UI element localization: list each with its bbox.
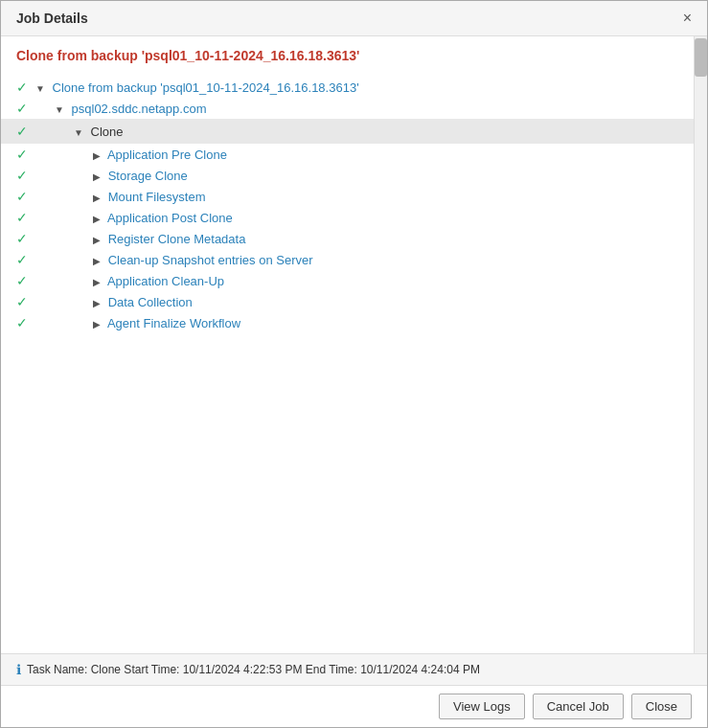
check-icon: ✓ [16,231,35,246]
register-clone-meta-label[interactable]: Register Clone Metadata [108,232,246,246]
tree-row: ✓ ▶ Data Collection [16,291,678,312]
dialog-header: Job Details × [1,1,707,36]
check-icon: ✓ [16,294,35,309]
tree-row: ✓ ▼ Clone from backup 'psql01_10-11-2024… [16,77,678,98]
host-label[interactable]: psql02.sddc.netapp.com [72,102,207,116]
expand-icon[interactable]: ▶ [93,150,101,161]
clone-label: Clone [91,125,124,139]
app-cleanup-label[interactable]: Application Clean-Up [107,274,224,288]
content-scroll: Clone from backup 'psql01_10-11-2024_16.… [1,36,694,653]
expand-icon[interactable]: ▶ [93,171,101,182]
close-button[interactable]: Close [631,694,692,719]
check-icon: ✓ [16,147,35,162]
check-icon: ✓ [16,124,35,139]
footer-info: ℹ Task Name: Clone Start Time: 10/11/202… [1,653,707,685]
expand-icon[interactable]: ▼ [55,104,64,115]
check-icon: ✓ [16,273,35,288]
tree-row: ✓ ▶ Storage Clone [16,165,678,186]
node-label[interactable]: Clone from backup 'psql01_10-11-2024_16.… [53,80,359,95]
expand-icon[interactable]: ▶ [93,193,101,203]
footer-info-text: Task Name: Clone Start Time: 10/11/2024 … [27,663,480,676]
tree-row: ✓ ▶ Application Clean-Up [16,270,678,291]
expand-icon[interactable]: ▼ [35,83,45,94]
tree-row: ✓ ▶ Register Clone Metadata [16,228,678,249]
data-collection-label[interactable]: Data Collection [108,295,193,309]
tree-row: ✓ ▼ psql02.sddc.netapp.com [16,98,678,119]
expand-icon[interactable]: ▶ [93,235,101,245]
dialog-title: Job Details [16,11,88,26]
tree-row: ✓ ▶ Agent Finalize Workflow [16,312,678,333]
app-pre-clone-label[interactable]: Application Pre Clone [107,148,227,162]
expand-icon[interactable]: ▼ [74,127,83,138]
info-icon: ℹ [16,662,21,677]
expand-icon[interactable]: ▶ [93,256,101,266]
scrollbar-track[interactable] [694,36,707,653]
job-details-dialog: Job Details × Clone from backup 'psql01_… [0,0,708,728]
check-icon: ✓ [16,189,35,204]
job-tree: ✓ ▼ Clone from backup 'psql01_10-11-2024… [16,77,678,333]
cleanup-snapshot-label[interactable]: Clean-up Snapshot entries on Server [108,253,313,267]
agent-finalize-label[interactable]: Agent Finalize Workflow [107,316,240,330]
expand-icon[interactable]: ▶ [93,277,101,287]
body-area: Clone from backup 'psql01_10-11-2024_16.… [1,36,707,653]
view-logs-button[interactable]: View Logs [439,694,525,719]
tree-row: ✓ ▶ Application Pre Clone [16,144,678,165]
check-icon: ✓ [16,80,35,95]
storage-clone-label[interactable]: Storage Clone [108,169,188,183]
mount-filesystem-label[interactable]: Mount Filesystem [108,190,206,204]
cancel-job-button[interactable]: Cancel Job [533,694,624,719]
check-icon: ✓ [16,101,35,116]
tree-row: ✓ ▶ Clean-up Snapshot entries on Server [16,249,678,270]
check-icon: ✓ [16,252,35,267]
scrollbar-thumb[interactable] [695,38,707,77]
tree-row: ✓ ▶ Mount Filesystem [16,186,678,207]
tree-row-clone: ✓ ▼ Clone [1,119,694,144]
check-icon: ✓ [16,168,35,183]
check-icon: ✓ [16,210,35,225]
job-title: Clone from backup 'psql01_10-11-2024_16.… [16,48,678,63]
footer-buttons: View Logs Cancel Job Close [1,685,707,727]
check-icon: ✓ [16,315,35,330]
tree-row: ✓ ▶ Application Post Clone [16,207,678,228]
app-post-clone-label[interactable]: Application Post Clone [107,211,233,225]
expand-icon[interactable]: ▶ [93,298,101,308]
expand-icon[interactable]: ▶ [93,214,101,224]
expand-icon[interactable]: ▶ [93,319,101,330]
close-x-button[interactable]: × [683,11,692,26]
